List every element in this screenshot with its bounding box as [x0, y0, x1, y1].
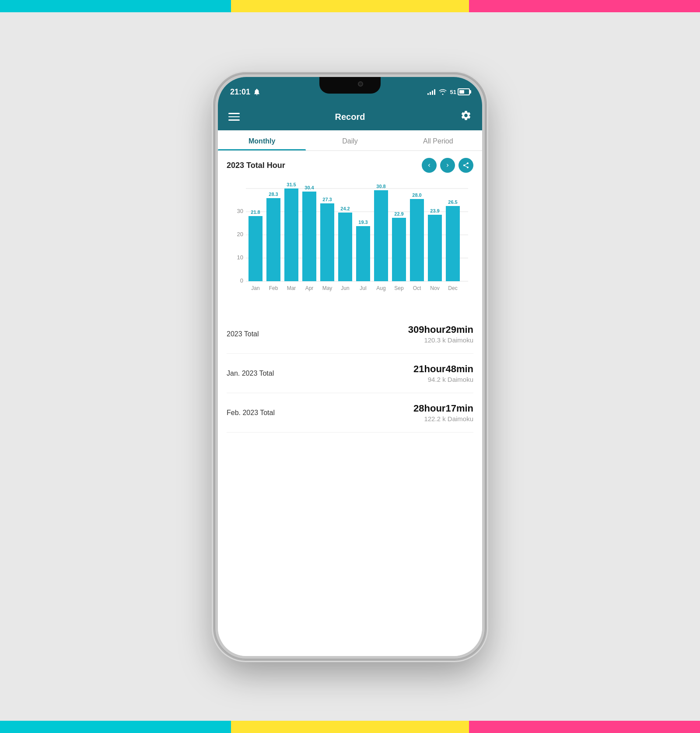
bottom-bar-yellow — [231, 721, 469, 733]
bar-feb — [266, 198, 280, 281]
svg-text:10: 10 — [237, 254, 243, 261]
signal-bars-icon — [427, 89, 435, 95]
svg-text:Feb: Feb — [269, 285, 278, 291]
svg-text:31.5: 31.5 — [287, 182, 296, 187]
bar-chart: 0 10 20 30 21.8 Jan — [227, 180, 473, 311]
svg-text:19.3: 19.3 — [358, 220, 368, 225]
tab-all-period-label: All Period — [423, 137, 453, 145]
hamburger-line-1 — [228, 113, 240, 114]
svg-text:May: May — [322, 285, 332, 291]
tab-daily[interactable]: Daily — [306, 130, 394, 150]
status-icons: 51 — [427, 88, 470, 95]
stat-main-feb-2023: 28hour17min — [413, 403, 473, 414]
tab-monthly[interactable]: Monthly — [218, 130, 306, 150]
svg-text:30.8: 30.8 — [376, 184, 385, 189]
svg-text:Dec: Dec — [448, 285, 457, 291]
bar-mar — [284, 188, 298, 281]
top-bar-yellow — [231, 0, 469, 12]
chart-title: 2023 Total Hour — [227, 161, 422, 170]
svg-text:26.5: 26.5 — [448, 199, 457, 205]
top-bar-pink — [469, 0, 700, 12]
svg-text:Apr: Apr — [305, 285, 314, 291]
phone-frame: 21:01 — [214, 73, 486, 660]
stat-values-feb-2023: 28hour17min 122.2 k Daimoku — [413, 403, 473, 422]
stat-sub-2023-total: 120.3 k Daimoku — [408, 336, 473, 344]
svg-text:21.8: 21.8 — [251, 209, 260, 215]
bell-icon — [253, 88, 261, 96]
stat-main-jan-2023: 21hour48min — [413, 363, 473, 375]
chevron-right-icon — [444, 162, 451, 168]
hamburger-line-2 — [228, 116, 240, 118]
svg-text:22.9: 22.9 — [394, 211, 403, 216]
bar-jun — [338, 213, 352, 281]
top-bar-cyan — [0, 0, 231, 12]
svg-text:Oct: Oct — [413, 285, 421, 291]
gear-icon — [460, 110, 472, 121]
stat-label-2023-total: 2023 Total — [227, 330, 259, 338]
bar-jul — [356, 226, 370, 281]
wifi-icon — [439, 89, 447, 95]
svg-text:Jan: Jan — [251, 285, 259, 291]
bottom-bar-cyan — [0, 721, 231, 733]
stat-sub-feb-2023: 122.2 k Daimoku — [413, 415, 473, 422]
stat-sub-jan-2023: 94.2 k Daimoku — [413, 376, 473, 383]
top-color-bars — [0, 0, 700, 12]
app-header: Record — [218, 103, 482, 130]
chart-next-button[interactable] — [440, 158, 455, 173]
phone-inner: 21:01 — [218, 77, 482, 656]
bottom-bar-pink — [469, 721, 700, 733]
menu-button[interactable] — [228, 113, 240, 121]
battery-indicator: 51 — [450, 88, 470, 95]
page-background: 21:01 — [0, 0, 700, 733]
tab-daily-label: Daily — [342, 137, 358, 145]
bar-aug — [374, 190, 388, 281]
stat-row-feb-2023: Feb. 2023 Total 28hour17min 122.2 k Daim… — [227, 393, 473, 433]
svg-text:0: 0 — [240, 277, 243, 284]
chart-prev-button[interactable] — [422, 158, 437, 173]
tab-bar: Monthly Daily All Period — [218, 130, 482, 151]
bottom-color-bars — [0, 721, 700, 733]
tab-monthly-label: Monthly — [248, 137, 275, 145]
bar-jan — [248, 216, 262, 281]
svg-text:Sep: Sep — [394, 285, 404, 291]
chart-header: 2023 Total Hour — [227, 158, 473, 173]
share-icon — [462, 162, 469, 169]
bar-sep — [392, 218, 406, 281]
svg-text:30: 30 — [237, 208, 243, 214]
chart-svg: 0 10 20 30 21.8 Jan — [227, 180, 473, 311]
battery-level: 51 — [450, 89, 456, 95]
hamburger-line-3 — [228, 119, 240, 121]
share-button[interactable] — [458, 158, 473, 173]
bar-dec — [446, 206, 460, 281]
bar-apr — [302, 192, 316, 281]
app-screen: 21:01 — [218, 77, 482, 656]
svg-text:Aug: Aug — [376, 285, 385, 291]
stat-row-2023-total: 2023 Total 309hour29min 120.3 k Daimoku — [227, 314, 473, 354]
svg-text:Nov: Nov — [430, 285, 439, 291]
bar-may — [320, 203, 334, 281]
settings-button[interactable] — [460, 110, 472, 124]
notch — [319, 77, 381, 94]
svg-text:Jun: Jun — [341, 285, 349, 291]
stat-label-feb-2023: Feb. 2023 Total — [227, 409, 275, 417]
stat-label-jan-2023: Jan. 2023 Total — [227, 370, 274, 377]
svg-text:24.2: 24.2 — [340, 206, 350, 211]
svg-text:28.0: 28.0 — [412, 192, 421, 198]
content-area: 2023 Total Hour — [218, 151, 482, 656]
svg-text:28.3: 28.3 — [269, 192, 278, 197]
chevron-left-icon — [426, 162, 432, 168]
stats-section: 2023 Total 309hour29min 120.3 k Daimoku … — [218, 314, 482, 433]
svg-text:Mar: Mar — [287, 285, 296, 291]
tab-all-period[interactable]: All Period — [394, 130, 482, 150]
status-time: 21:01 — [230, 87, 261, 97]
svg-text:30.4: 30.4 — [304, 185, 314, 190]
status-bar: 21:01 — [218, 77, 482, 103]
header-title: Record — [335, 112, 365, 122]
camera-dot — [358, 81, 363, 87]
bar-nov — [428, 215, 442, 281]
svg-text:Jul: Jul — [360, 285, 366, 291]
svg-text:27.3: 27.3 — [322, 197, 332, 202]
stat-main-2023-total: 309hour29min — [408, 324, 473, 335]
stat-values-2023-total: 309hour29min 120.3 k Daimoku — [408, 324, 473, 344]
stat-row-jan-2023: Jan. 2023 Total 21hour48min 94.2 k Daimo… — [227, 354, 473, 393]
